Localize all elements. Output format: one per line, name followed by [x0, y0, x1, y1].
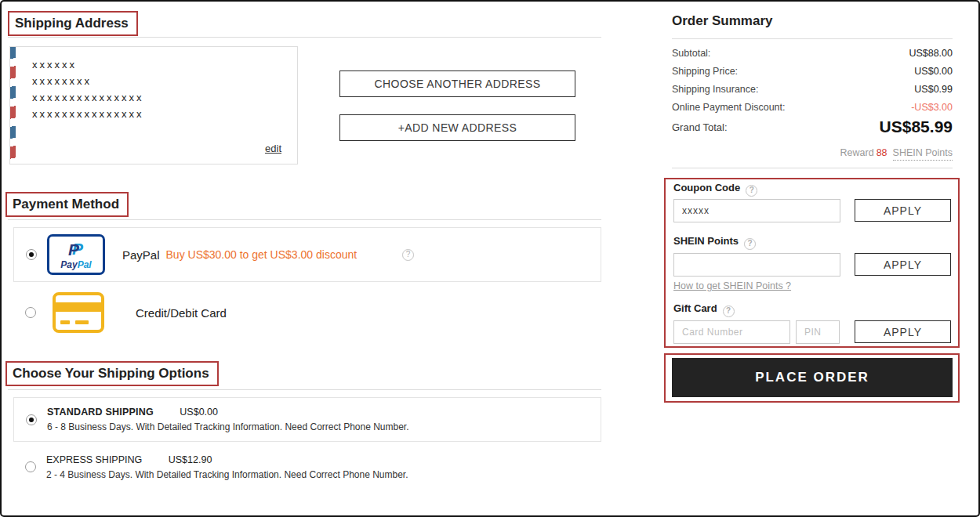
shipping-option-standard[interactable]: STANDARD SHIPPING US$0.00 6 - 8 Business… [13, 397, 601, 442]
grand-total-label: Grand Total: [672, 121, 728, 133]
express-shipping-radio[interactable] [25, 461, 36, 472]
choose-another-address-button[interactable]: CHOOSE ANOTHER ADDRESS [339, 70, 575, 97]
standard-shipping-price: US$0.00 [180, 407, 218, 418]
summary-row-shipping-price: Shipping Price: US$0.00 [672, 62, 953, 80]
payment-option-credit-card[interactable]: Credit/Debit Card [13, 288, 601, 337]
coupon-apply-button[interactable]: APPLY [855, 199, 951, 222]
paypal-radio[interactable] [26, 249, 37, 260]
credit-card-radio[interactable] [25, 307, 36, 318]
add-new-address-button[interactable]: +ADD NEW ADDRESS [339, 114, 575, 141]
order-summary-rows: Subtotal: US$88.00 Shipping Price: US$0.… [672, 44, 953, 116]
paypal-monogram-icon: PP [68, 240, 84, 258]
shipping-address-title: Shipping Address [8, 11, 138, 36]
address-line: xxxxxxxxxxxxxxx [32, 89, 144, 106]
grand-total-row: Grand Total: US$85.99 [672, 118, 953, 136]
checkout-page: Shipping Address xxxxxx xxxxxxxx xxxxxxx… [0, 0, 980, 517]
paypal-wordmark: PayPal [60, 259, 91, 270]
address-lines: xxxxxx xxxxxxxx xxxxxxxxxxxxxxx xxxxxxxx… [32, 56, 144, 122]
address-line: xxxxxxxx [32, 73, 144, 89]
summary-row-shipping-insurance: Shipping Insurance: US$0.99 [672, 80, 953, 98]
shipping-options-title: Choose Your Shipping Options [5, 361, 219, 386]
express-shipping-price: US$12.90 [169, 454, 212, 465]
airmail-border-decoration [10, 47, 16, 164]
address-card: xxxxxx xxxxxxxx xxxxxxxxxxxxxxx xxxxxxxx… [9, 46, 298, 164]
express-shipping-name: EXPRESS SHIPPING [46, 454, 142, 465]
address-line: xxxxxx [32, 56, 144, 73]
shein-points-help-icon[interactable]: ? [744, 238, 756, 250]
how-to-get-points-link[interactable]: How to get SHEIN Points ? [673, 280, 791, 291]
paypal-label: PayPal [122, 248, 160, 262]
standard-shipping-description: 6 - 8 Business Days. With Detailed Track… [47, 421, 409, 432]
paypal-help-icon[interactable]: ? [402, 249, 414, 261]
shipping-address-title-text: Shipping Address [15, 16, 129, 31]
gift-card-help-icon[interactable]: ? [723, 306, 735, 317]
order-summary-divider [672, 38, 953, 39]
gift-card-label: Gift Card? [673, 302, 735, 317]
shipping-address-divider [8, 37, 601, 38]
grand-total-value: US$85.99 [880, 118, 953, 136]
credit-card-label: Credit/Debit Card [136, 306, 227, 320]
gift-card-pin-input[interactable] [796, 320, 840, 344]
payment-method-divider [8, 219, 601, 220]
reward-points-link[interactable]: SHEIN Points [893, 147, 953, 161]
shein-points-input[interactable] [673, 253, 840, 277]
address-line: xxxxxxxxxxxxxxx [32, 106, 144, 122]
credit-card-icon [53, 292, 104, 333]
shein-points-label: SHEIN Points? [673, 235, 756, 250]
payment-method-title: Payment Method [5, 192, 129, 217]
express-shipping-description: 2 - 4 Business Days. With Detailed Track… [46, 469, 408, 480]
shipping-option-express[interactable]: EXPRESS SHIPPING US$12.90 2 - 4 Business… [13, 446, 601, 487]
gift-card-number-input[interactable] [673, 320, 790, 344]
shipping-options-title-text: Choose Your Shipping Options [13, 366, 209, 381]
reward-points-line: Reward88SHEIN Points [672, 147, 953, 158]
coupon-code-label: Coupon Code? [673, 182, 757, 197]
standard-shipping-name: STANDARD SHIPPING [47, 407, 154, 418]
summary-row-payment-discount: Online Payment Discount: -US$3.00 [672, 98, 953, 116]
coupon-code-input[interactable] [673, 199, 840, 222]
reward-divider [672, 168, 953, 168]
reward-points-number: 88 [877, 147, 887, 158]
place-order-button[interactable]: PLACE ORDER [672, 358, 953, 397]
paypal-promo-text: Buy US$30.00 to get US$3.00 discount [166, 248, 358, 261]
payment-method-title-text: Payment Method [13, 197, 119, 212]
summary-row-subtotal: Subtotal: US$88.00 [672, 44, 953, 62]
payment-option-paypal[interactable]: PP PayPal PayPal Buy US$30.00 to get US$… [13, 227, 601, 282]
standard-shipping-radio[interactable] [26, 414, 37, 425]
shein-points-apply-button[interactable]: APPLY [855, 253, 951, 276]
shipping-options-divider [8, 389, 601, 390]
gift-card-apply-button[interactable]: APPLY [855, 320, 951, 343]
paypal-logo-icon: PP PayPal [47, 234, 105, 275]
edit-address-link[interactable]: edit [265, 143, 281, 154]
order-summary-title: Order Summary [672, 13, 773, 29]
coupon-help-icon[interactable]: ? [746, 185, 757, 197]
